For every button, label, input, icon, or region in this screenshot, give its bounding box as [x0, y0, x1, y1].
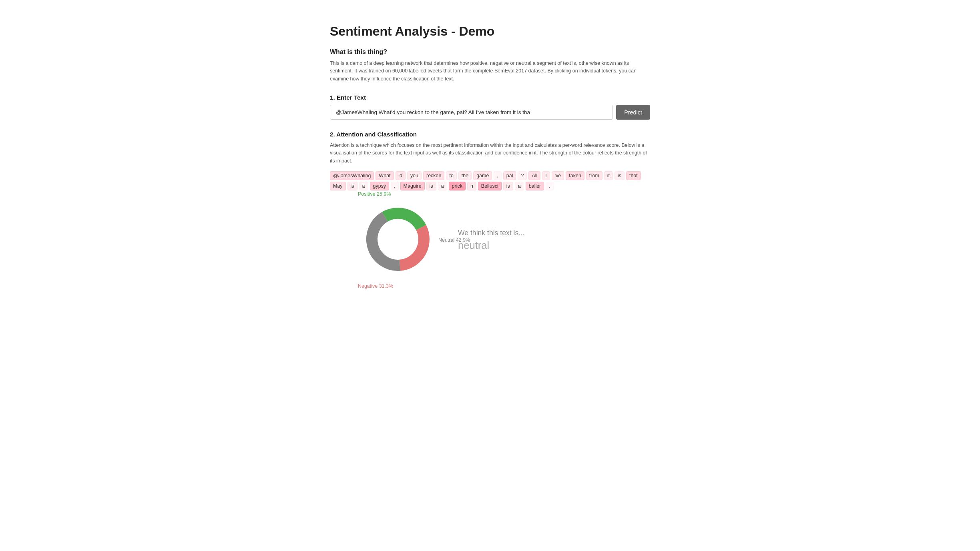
negative-label: Negative 31.3%: [358, 283, 393, 289]
token[interactable]: is: [615, 171, 625, 180]
text-input[interactable]: [330, 105, 613, 120]
token[interactable]: a: [438, 182, 447, 190]
token[interactable]: taken: [566, 171, 584, 180]
token[interactable]: .: [546, 182, 553, 190]
token[interactable]: is: [503, 182, 513, 190]
token[interactable]: Bellusci: [478, 182, 502, 190]
token[interactable]: a: [359, 182, 368, 190]
token[interactable]: game: [473, 171, 492, 180]
chart-section: Positive 25.9% Neutral 42.9% Negative 31…: [330, 203, 650, 277]
token[interactable]: to: [446, 171, 456, 180]
token[interactable]: What: [376, 171, 394, 180]
token[interactable]: 've: [552, 171, 564, 180]
token[interactable]: ?: [518, 171, 527, 180]
token[interactable]: a: [515, 182, 524, 190]
token[interactable]: pal: [503, 171, 516, 180]
token[interactable]: gypsy: [370, 182, 390, 190]
page-title: Sentiment Analysis - Demo: [330, 24, 650, 39]
token[interactable]: n: [467, 182, 476, 190]
token[interactable]: is: [426, 182, 436, 190]
token[interactable]: is: [347, 182, 357, 190]
what-description: This is a demo of a deep learning networ…: [330, 60, 650, 83]
token[interactable]: baller: [526, 182, 544, 190]
donut-chart: [362, 203, 434, 275]
positive-label: Positive 25.9%: [358, 191, 391, 197]
token[interactable]: ,: [494, 171, 501, 180]
we-think-label: We think this text is...: [458, 229, 524, 237]
section1-label: 1. Enter Text: [330, 94, 650, 101]
token[interactable]: May: [330, 182, 346, 190]
token[interactable]: ,: [391, 182, 398, 190]
token[interactable]: it: [604, 171, 613, 180]
token[interactable]: you: [407, 171, 422, 180]
page-container: Sentiment Analysis - Demo What is this t…: [330, 16, 650, 285]
token[interactable]: reckon: [423, 171, 444, 180]
predict-button[interactable]: Predict: [616, 105, 650, 120]
token[interactable]: All: [528, 171, 540, 180]
token[interactable]: from: [586, 171, 602, 180]
token[interactable]: I: [542, 171, 550, 180]
input-row: Predict: [330, 105, 650, 120]
neutral-label: Neutral 42.9%: [438, 237, 470, 243]
donut-chart-area: Positive 25.9% Neutral 42.9% Negative 31…: [362, 203, 434, 277]
token[interactable]: Maguire: [400, 182, 425, 190]
what-heading: What is this thing?: [330, 48, 650, 56]
attention-description: Attention is a technique which focuses o…: [330, 142, 650, 165]
section2-label: 2. Attention and Classification: [330, 131, 650, 138]
token[interactable]: prick: [449, 182, 466, 190]
token[interactable]: @JamesWhaling: [330, 171, 374, 180]
token[interactable]: the: [458, 171, 472, 180]
tokens-container: @JamesWhalingWhat'dyoureckontothegame,pa…: [330, 171, 650, 190]
token[interactable]: that: [626, 171, 641, 180]
token[interactable]: 'd: [396, 171, 406, 180]
